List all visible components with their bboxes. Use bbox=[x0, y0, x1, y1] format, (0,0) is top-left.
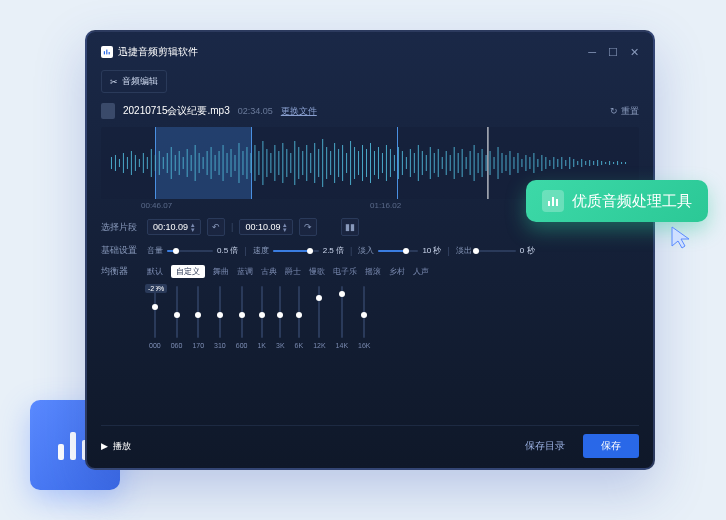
svg-rect-75 bbox=[386, 145, 387, 181]
eq-band-600[interactable]: 600 bbox=[236, 286, 248, 349]
eq-band-label: 310 bbox=[214, 342, 226, 349]
minimize-button[interactable]: ─ bbox=[588, 46, 596, 59]
eq-preset-3[interactable]: 蓝调 bbox=[237, 266, 253, 277]
speed-value: 2.5 倍 bbox=[323, 245, 344, 256]
start-stepper[interactable]: ▴▾ bbox=[191, 222, 195, 232]
svg-rect-26 bbox=[191, 155, 192, 171]
eq-band-12K[interactable]: 12K bbox=[313, 286, 325, 349]
eq-band-1K[interactable]: 1K bbox=[257, 286, 266, 349]
eq-band-170[interactable]: 170 bbox=[192, 286, 204, 349]
reset-button[interactable]: ↻ 重置 bbox=[610, 105, 639, 118]
eq-band-6K[interactable]: 6K bbox=[295, 286, 304, 349]
svg-rect-29 bbox=[203, 157, 204, 169]
save-directory-button[interactable]: 保存目录 bbox=[515, 434, 575, 458]
svg-rect-136 bbox=[548, 201, 550, 206]
fadeout-slider[interactable] bbox=[476, 250, 516, 252]
eq-band-000[interactable]: 000 bbox=[149, 286, 161, 349]
timeline-label-1: 00:46.07 bbox=[141, 201, 172, 210]
svg-rect-70 bbox=[366, 149, 367, 177]
titlebar: 迅捷音频剪辑软件 ─ ☐ ✕ bbox=[101, 42, 639, 62]
svg-rect-85 bbox=[426, 155, 427, 171]
scissors-icon: ✂ bbox=[110, 77, 118, 87]
replace-file-link[interactable]: 更换文件 bbox=[281, 105, 317, 118]
svg-rect-134 bbox=[621, 162, 622, 164]
playhead[interactable] bbox=[397, 127, 398, 199]
svg-rect-48 bbox=[278, 151, 279, 175]
time-marker[interactable]: 01:26.04 bbox=[469, 127, 508, 199]
svg-rect-94 bbox=[462, 149, 463, 177]
svg-rect-86 bbox=[430, 147, 431, 179]
volume-slider[interactable] bbox=[167, 250, 213, 252]
eq-band-060[interactable]: 060 bbox=[171, 286, 183, 349]
undo-button[interactable]: ↶ bbox=[207, 218, 225, 236]
svg-rect-137 bbox=[552, 197, 554, 206]
svg-rect-39 bbox=[242, 151, 243, 175]
badge-text: 优质音频处理工具 bbox=[572, 192, 692, 211]
eq-preset-0[interactable]: 默认 bbox=[147, 266, 163, 277]
speed-label: 速度 bbox=[253, 245, 269, 256]
svg-rect-4 bbox=[106, 50, 107, 55]
save-button[interactable]: 保存 bbox=[583, 434, 639, 458]
svg-rect-20 bbox=[167, 153, 168, 173]
svg-rect-83 bbox=[418, 145, 419, 181]
svg-rect-117 bbox=[553, 157, 554, 169]
svg-rect-54 bbox=[302, 151, 303, 175]
svg-rect-76 bbox=[390, 149, 391, 177]
end-stepper[interactable]: ▴▾ bbox=[283, 222, 287, 232]
svg-rect-62 bbox=[334, 143, 335, 183]
svg-rect-34 bbox=[223, 145, 224, 181]
eq-preset-2[interactable]: 舞曲 bbox=[213, 266, 229, 277]
maximize-button[interactable]: ☐ bbox=[608, 46, 618, 59]
fadein-slider[interactable] bbox=[378, 250, 418, 252]
eq-preset-8[interactable]: 摇滚 bbox=[365, 266, 381, 277]
svg-rect-32 bbox=[215, 155, 216, 171]
svg-rect-118 bbox=[557, 159, 558, 167]
svg-rect-30 bbox=[207, 151, 208, 175]
svg-rect-115 bbox=[545, 157, 546, 169]
eq-preset-6[interactable]: 慢歌 bbox=[309, 266, 325, 277]
svg-rect-56 bbox=[310, 153, 311, 173]
svg-rect-84 bbox=[422, 151, 423, 175]
end-time-field[interactable]: 00:10.09 ▴▾ bbox=[239, 219, 293, 235]
svg-rect-91 bbox=[450, 155, 451, 171]
svg-rect-95 bbox=[466, 157, 467, 169]
svg-rect-77 bbox=[394, 155, 395, 171]
start-time-field[interactable]: 00:10.09 ▴▾ bbox=[147, 219, 201, 235]
eq-band-310[interactable]: 310 bbox=[214, 286, 226, 349]
svg-rect-90 bbox=[446, 151, 447, 175]
svg-rect-63 bbox=[338, 149, 339, 177]
play-button[interactable]: ▶ 播放 bbox=[101, 440, 131, 453]
svg-rect-82 bbox=[414, 153, 415, 173]
svg-rect-74 bbox=[382, 153, 383, 173]
svg-rect-111 bbox=[529, 157, 530, 169]
svg-rect-25 bbox=[187, 149, 188, 177]
eq-preset-5[interactable]: 爵士 bbox=[285, 266, 301, 277]
app-logo-icon bbox=[101, 46, 113, 58]
svg-rect-21 bbox=[171, 147, 172, 179]
eq-preset-4[interactable]: 古典 bbox=[261, 266, 277, 277]
eq-preset-9[interactable]: 乡村 bbox=[389, 266, 405, 277]
eq-preset-7[interactable]: 电子乐 bbox=[333, 266, 357, 277]
svg-rect-53 bbox=[298, 147, 299, 179]
eq-label: 均衡器 bbox=[101, 265, 141, 278]
close-button[interactable]: ✕ bbox=[630, 46, 639, 59]
eq-band-16K[interactable]: 16K bbox=[358, 286, 370, 349]
timeline-label-2: 01:16.02 bbox=[370, 201, 401, 210]
svg-rect-42 bbox=[254, 145, 255, 181]
eq-band-14K[interactable]: 14K bbox=[336, 286, 348, 349]
eq-band-3K[interactable]: 3K bbox=[276, 286, 285, 349]
tab-audio-edit[interactable]: ✂ 音频编辑 bbox=[101, 70, 167, 93]
speed-slider[interactable] bbox=[273, 250, 319, 252]
badge-eq-icon bbox=[542, 190, 564, 212]
svg-rect-126 bbox=[589, 160, 590, 166]
svg-rect-17 bbox=[155, 155, 156, 171]
split-button[interactable]: ▮▮ bbox=[341, 218, 359, 236]
svg-rect-45 bbox=[266, 149, 267, 177]
eq-preset-10[interactable]: 人声 bbox=[413, 266, 429, 277]
svg-rect-124 bbox=[581, 159, 582, 167]
eq-band-label: 6K bbox=[295, 342, 304, 349]
redo-button[interactable]: ↷ bbox=[299, 218, 317, 236]
svg-rect-108 bbox=[517, 153, 518, 173]
svg-rect-43 bbox=[258, 151, 259, 175]
eq-preset-1[interactable]: 自定义 bbox=[171, 265, 205, 278]
